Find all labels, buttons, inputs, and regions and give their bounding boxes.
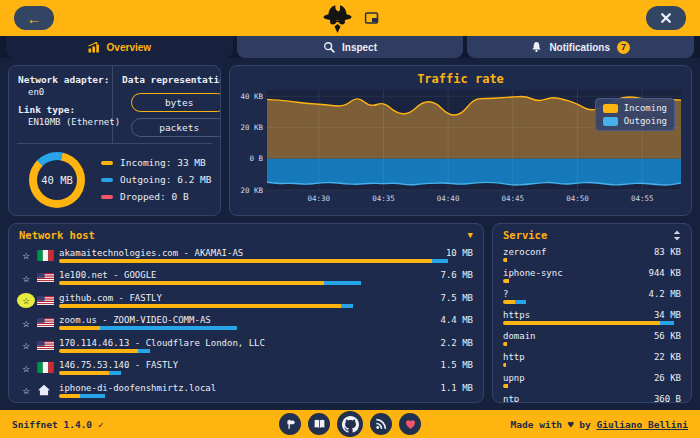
top-bar: ← bbox=[0, 0, 700, 36]
traffic-bar bbox=[59, 371, 473, 375]
host-row[interactable]: ☆akamaitechnologies.com - AKAMAI-AS10 MB bbox=[15, 244, 473, 267]
traffic-bar bbox=[59, 326, 473, 330]
host-name: 170.114.46.13 - Cloudflare London, LLC bbox=[59, 338, 265, 348]
network-host-title: Network host bbox=[19, 229, 95, 241]
service-row[interactable]: domain56 KB bbox=[503, 328, 681, 349]
service-name: upnp bbox=[503, 373, 525, 383]
svg-text:20 KB: 20 KB bbox=[240, 123, 263, 132]
made-with-heart-icon: ♥ bbox=[568, 419, 574, 430]
bytes-button[interactable]: bytes bbox=[131, 93, 221, 112]
outgoing-swatch bbox=[101, 178, 113, 182]
home-icon bbox=[37, 384, 59, 396]
host-value: 7.6 MB bbox=[440, 270, 473, 280]
chart-title: Traffic rate bbox=[417, 72, 504, 86]
back-button[interactable]: ← bbox=[14, 6, 54, 30]
host-row[interactable]: ☆170.114.15.210 - AMAZON-AES707 KB bbox=[15, 402, 473, 403]
version-check-icon: ✓ bbox=[98, 419, 104, 430]
network-adapter-value: en0 bbox=[18, 87, 103, 97]
github-icon bbox=[342, 416, 359, 433]
service-row[interactable]: http22 KB bbox=[503, 349, 681, 370]
traffic-bar bbox=[59, 394, 473, 398]
host-main: zoom.us - ZOOM-VIDEO-COMM-AS4.4 MB bbox=[59, 315, 473, 330]
data-representation-label: Data representation: bbox=[122, 74, 221, 85]
totals-donut-chart: 40 MB bbox=[29, 152, 85, 208]
svg-text:04:35: 04:35 bbox=[372, 194, 395, 203]
settings-button[interactable] bbox=[646, 6, 686, 30]
thumbnail-toggle-icon[interactable] bbox=[365, 12, 380, 25]
sniffnet-app: ← bbox=[0, 0, 700, 438]
wiki-button[interactable] bbox=[308, 413, 330, 435]
star-icon[interactable]: ☆ bbox=[15, 339, 37, 351]
svg-text:0 B: 0 B bbox=[249, 154, 263, 163]
magnifier-icon bbox=[323, 41, 335, 53]
sponsor-button[interactable] bbox=[399, 413, 421, 435]
tab-notifications[interactable]: Notifications 7 bbox=[467, 36, 694, 58]
host-row[interactable]: ☆170.114.46.13 - Cloudflare London, LLC2… bbox=[15, 334, 473, 357]
star-icon[interactable]: ☆ bbox=[15, 272, 37, 284]
service-name: http bbox=[503, 352, 525, 362]
star-icon[interactable]: ☆ bbox=[15, 317, 37, 329]
service-name: ntp bbox=[503, 394, 519, 402]
link-type-label: Link type: bbox=[18, 104, 103, 115]
tab-overview[interactable]: Overview bbox=[6, 36, 233, 58]
packets-button[interactable]: packets bbox=[131, 118, 221, 137]
host-row[interactable]: ☆1e100.net - GOOGLE7.6 MB bbox=[15, 267, 473, 290]
host-name: github.com - FASTLY bbox=[59, 293, 162, 303]
host-value: 1.1 MB bbox=[440, 383, 473, 393]
service-row[interactable]: ?4.2 MB bbox=[503, 286, 681, 307]
star-icon[interactable]: ☆ bbox=[15, 293, 37, 308]
dropped-swatch bbox=[101, 195, 113, 199]
star-icon[interactable]: ☆ bbox=[15, 249, 37, 261]
traffic-bar bbox=[503, 279, 681, 283]
host-row[interactable]: ☆zoom.us - ZOOM-VIDEO-COMM-AS4.4 MB bbox=[15, 312, 473, 335]
chart-legend-incoming: Incoming bbox=[603, 103, 667, 113]
host-main: 146.75.53.140 - FASTLY1.5 MB bbox=[59, 360, 473, 375]
bar-chart-icon bbox=[88, 42, 100, 53]
overview-page: Network adapter: en0 Link type: EN10MB (… bbox=[0, 58, 700, 410]
app-version: Sniffnet 1.4.0 bbox=[12, 419, 92, 430]
star-icon[interactable]: ☆ bbox=[15, 384, 37, 396]
service-row[interactable]: upnp26 KB bbox=[503, 370, 681, 391]
host-row[interactable]: ☆iphone-di-doofenshmirtz.local1.1 MB bbox=[15, 379, 473, 402]
service-row[interactable]: https34 MB bbox=[503, 307, 681, 328]
host-row[interactable]: ☆github.com - FASTLY7.5 MB bbox=[15, 289, 473, 312]
service-row[interactable]: zeroconf83 KB bbox=[503, 244, 681, 265]
service-row[interactable]: ntp360 B bbox=[503, 391, 681, 402]
bell-icon bbox=[531, 41, 542, 53]
service-title: Service bbox=[503, 229, 547, 241]
host-value: 2.2 MB bbox=[440, 338, 473, 348]
tab-bar: Overview Inspect Notifications 7 bbox=[0, 36, 700, 58]
logo-area bbox=[321, 0, 380, 36]
sort-toggle-icon[interactable] bbox=[673, 230, 681, 241]
service-name: https bbox=[503, 310, 530, 320]
country-flag-us bbox=[37, 317, 59, 328]
legend-item-dropped: Dropped: 0 B bbox=[101, 191, 212, 202]
service-row[interactable]: iphone-sync944 KB bbox=[503, 265, 681, 286]
sort-dropdown-icon[interactable]: ▼ bbox=[468, 230, 473, 240]
totals-legend: Incoming: 33 MB Outgoing: 6.2 MB Dropped… bbox=[101, 157, 212, 202]
svg-text:04:50: 04:50 bbox=[566, 194, 589, 203]
country-flag-us bbox=[37, 272, 59, 283]
traffic-rate-panel: Traffic rate 04:3004:3504:4004:4504:5004… bbox=[229, 65, 692, 216]
rss-icon bbox=[375, 418, 387, 430]
news-button[interactable] bbox=[370, 413, 392, 435]
host-row[interactable]: ☆146.75.53.140 - FASTLY1.5 MB bbox=[15, 357, 473, 380]
author-link[interactable]: Giuliano Bellini bbox=[596, 419, 688, 430]
incoming-swatch bbox=[603, 104, 618, 113]
legend-item-outgoing: Outgoing: 6.2 MB bbox=[101, 174, 212, 185]
host-main: 170.114.46.13 - Cloudflare London, LLC2.… bbox=[59, 338, 473, 353]
credits: Made with ♥ by Giuliano Bellini bbox=[511, 419, 688, 430]
host-name: 146.75.53.140 - FASTLY bbox=[59, 360, 178, 370]
heart-icon bbox=[404, 418, 417, 430]
host-main: github.com - FASTLY7.5 MB bbox=[59, 293, 473, 308]
github-button[interactable] bbox=[337, 411, 363, 437]
tab-inspect[interactable]: Inspect bbox=[237, 36, 464, 58]
traffic-bar bbox=[59, 259, 473, 263]
roadmap-button[interactable] bbox=[279, 413, 301, 435]
traffic-bar bbox=[503, 384, 681, 388]
traffic-bar bbox=[503, 258, 681, 262]
tab-label: Notifications bbox=[549, 42, 610, 53]
star-icon[interactable]: ☆ bbox=[15, 362, 37, 374]
service-value: 944 KB bbox=[648, 268, 681, 278]
service-value: 83 KB bbox=[654, 247, 681, 257]
